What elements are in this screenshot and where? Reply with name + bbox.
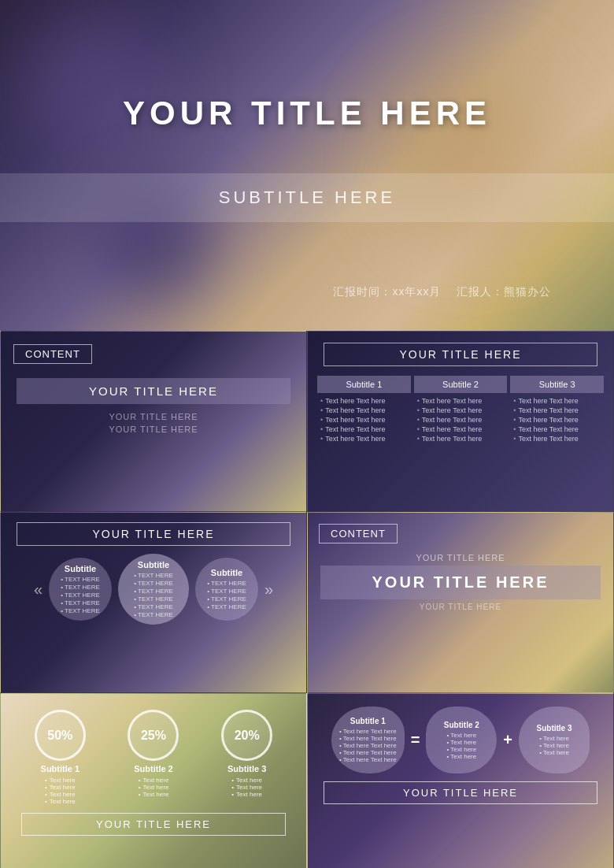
percent-circle-3: 20% [221, 710, 272, 761]
list-item: •Text here Text here [510, 396, 604, 406]
list-item: •Text here Text here [414, 425, 508, 434]
list-item: • TEXT HERE [134, 580, 173, 587]
list-item: • TEXT HERE [61, 592, 100, 599]
slide3-col2: Subtitle 2 •Text here Text here •Text he… [414, 376, 508, 443]
list-item: •Text here Text here [317, 406, 411, 415]
list-item: •Text here Text here [317, 396, 411, 406]
list-item: • TEXT HERE [61, 607, 100, 614]
slides-grid: CONTENT YOUR TITLE HERE YOUR TITLE HERE … [0, 331, 614, 868]
slide3-col1-header: Subtitle 1 [317, 376, 411, 393]
list-item: • TEXT HERE [61, 584, 100, 591]
eq-blob-3: Subtitle 3 •Text here •Text here •Text h… [519, 707, 590, 773]
percent-subtitle-1: Subtitle 1 [41, 764, 80, 773]
slide7-bottom-title: YOUR TITLE HERE [324, 781, 597, 804]
equation-row: Subtitle 1 •Text here Text here •Text he… [320, 707, 601, 773]
percent-bullets-3: •Text here •Text here •Text here [231, 777, 262, 798]
slide3-col3: Subtitle 3 •Text here Text here •Text he… [510, 376, 604, 443]
list-item: • TEXT HERE [207, 595, 246, 603]
slide4-circles-nav: « Subtitle • TEXT HERE • TEXT HERE • TEX… [1, 554, 306, 625]
eq-op1: = [411, 731, 420, 749]
list-item: •Text here Text here [414, 396, 508, 406]
slide1-time-value: xx年xx月 [392, 285, 441, 298]
slide1-meta: 汇报时间：xx年xx月 汇报人：熊猫办公 [333, 285, 551, 299]
slide-7: Subtitle 1 •Text here Text here •Text he… [307, 693, 614, 868]
list-item: •Text here Text here [317, 425, 411, 434]
slide1-time-label: 汇报时间： [333, 285, 392, 298]
slide5-subtitle-top: YOUR TITLE HERE [324, 553, 597, 562]
list-item: • TEXT HERE [207, 588, 246, 595]
slide1-subtitle-bar: SUBTITLE HERE [0, 173, 614, 222]
prev-arrow[interactable]: « [34, 581, 43, 599]
slide-4: YOUR TITLE HERE « Subtitle • TEXT HERE •… [0, 512, 307, 693]
eq-blob1-title: Subtitle 1 [350, 717, 386, 725]
circle-bubble-1: Subtitle • TEXT HERE • TEXT HERE • TEXT … [49, 558, 112, 621]
percent-item-1: 50% Subtitle 1 •Text here •Text here •Te… [35, 710, 86, 805]
list-item: •Text here Text here [414, 415, 508, 425]
slide2-title-box: YOUR TITLE HERE [17, 378, 290, 404]
list-item: •Text here Text here [317, 434, 411, 443]
slide3-col1: Subtitle 1 •Text here Text here •Text he… [317, 376, 411, 443]
slide3-col2-header: Subtitle 2 [414, 376, 508, 393]
percent-item-2: 25% Subtitle 2 •Text here •Text here •Te… [128, 710, 179, 805]
slide-3: YOUR TITLE HERE Subtitle 1 •Text here Te… [307, 331, 614, 512]
eq-blob2-text: •Text here •Text here •Text here •Text h… [446, 732, 476, 760]
slide3-col3-header: Subtitle 3 [510, 376, 604, 393]
eq-blob1-text: •Text here Text here •Text here Text her… [339, 728, 397, 763]
circle-bubble-2: Subtitle • TEXT HERE • TEXT HERE • TEXT … [118, 554, 189, 625]
percent-bullets-2: •Text here •Text here •Text here [139, 777, 169, 798]
slide5-badge: CONTENT [319, 524, 398, 543]
slide6-bottom-title: YOUR TITLE HERE [21, 813, 286, 836]
list-item: •Text here Text here [510, 434, 604, 443]
percent-subtitle-2: Subtitle 2 [134, 764, 173, 773]
circle-bubble-3: Subtitle • TEXT HERE • TEXT HERE • TEXT … [195, 558, 258, 621]
circle3-title: Subtitle [211, 568, 242, 577]
list-item: • TEXT HERE [134, 611, 173, 618]
percent-circle-1: 50% [35, 710, 86, 761]
slide2-subtitle1: YOUR TITLE HERE [1, 412, 306, 421]
circle1-title: Subtitle [65, 564, 96, 573]
percent-circle-2: 25% [128, 710, 179, 761]
list-item: •Text here Text here [510, 425, 604, 434]
eq-blob3-title: Subtitle 3 [537, 724, 572, 733]
percent-row: 50% Subtitle 1 •Text here •Text here •Te… [13, 710, 294, 805]
slide1-main-title: YOUR TITLE HERE [0, 95, 614, 132]
eq-blob-1: Subtitle 1 •Text here Text here •Text he… [331, 707, 405, 773]
circle2-title: Subtitle [138, 560, 169, 569]
list-item: • TEXT HERE [134, 595, 173, 603]
slide1-reporter-label: 汇报人： [457, 285, 504, 298]
list-item: • TEXT HERE [207, 580, 246, 587]
list-item: • TEXT HERE [134, 588, 173, 595]
slide4-title-box: YOUR TITLE HERE [17, 522, 290, 546]
slide2-subtitle2: YOUR TITLE HERE [1, 425, 306, 434]
slide4-circle3: Subtitle • TEXT HERE • TEXT HERE • TEXT … [195, 558, 258, 621]
eq-blob-2: Subtitle 2 •Text here •Text here •Text h… [426, 707, 497, 773]
next-arrow[interactable]: » [264, 581, 273, 599]
list-item: •Text here Text here [510, 415, 604, 425]
eq-blob3-text: •Text here •Text here •Text here [539, 735, 569, 756]
slide4-circle1: Subtitle • TEXT HERE • TEXT HERE • TEXT … [49, 558, 112, 621]
list-item: • TEXT HERE [207, 603, 246, 610]
list-item: • TEXT HERE [134, 572, 173, 579]
list-item: •Text here Text here [414, 406, 508, 415]
slide4-circle2: Subtitle • TEXT HERE • TEXT HERE • TEXT … [118, 554, 189, 625]
eq-blob2-title: Subtitle 2 [444, 721, 479, 729]
slide-5: CONTENT YOUR TITLE HERE YOUR TITLE HERE … [307, 512, 614, 693]
slide1-reporter-value: 熊猫办公 [504, 285, 551, 298]
list-item: •Text here Text here [510, 406, 604, 415]
list-item: • TEXT HERE [61, 576, 100, 583]
slide3-cols: Subtitle 1 •Text here Text here •Text he… [308, 376, 613, 443]
list-item: • TEXT HERE [134, 603, 173, 610]
list-item: •Text here Text here [317, 415, 411, 425]
eq-op2: + [503, 731, 512, 749]
list-item: •Text here Text here [414, 434, 508, 443]
slide3-title-box: YOUR TITLE HERE [324, 343, 597, 366]
slide5-title-big: YOUR TITLE HERE [320, 566, 601, 599]
percent-bullets-1: •Text here •Text here •Text here •Text h… [45, 777, 76, 805]
slide-2: CONTENT YOUR TITLE HERE YOUR TITLE HERE … [0, 331, 307, 512]
slide5-subtitle-bot: YOUR TITLE HERE [308, 603, 613, 611]
list-item: • TEXT HERE [61, 599, 100, 606]
percent-item-3: 20% Subtitle 3 •Text here •Text here •Te… [221, 710, 272, 805]
slide-1: YOUR TITLE HERE SUBTITLE HERE 汇报时间：xx年xx… [0, 0, 614, 331]
slide2-badge: CONTENT [13, 344, 92, 364]
percent-subtitle-3: Subtitle 3 [227, 764, 267, 773]
